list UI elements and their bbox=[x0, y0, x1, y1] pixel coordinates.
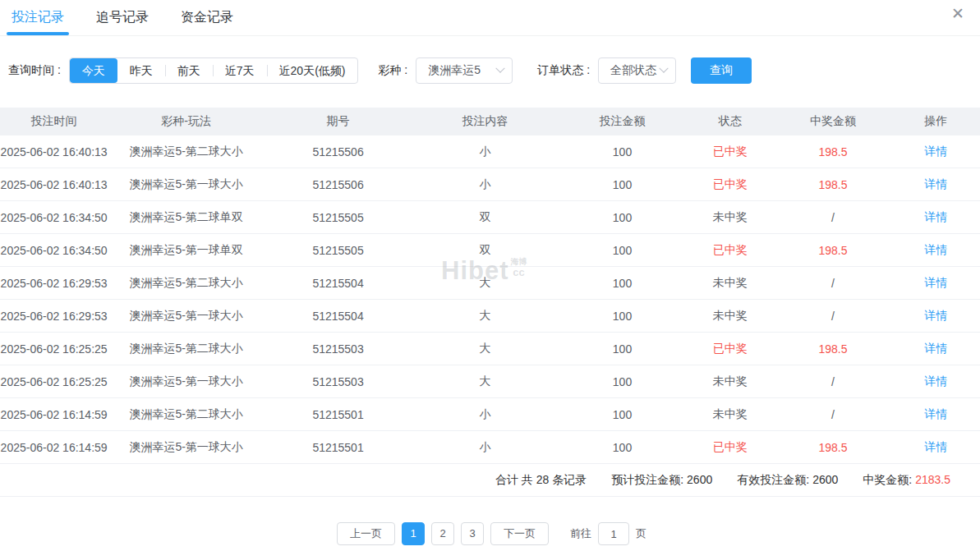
action-cell: 详情 bbox=[892, 210, 980, 225]
prev-page-button[interactable]: 上一页 bbox=[337, 522, 395, 545]
tab-fund-records[interactable]: 资金记录 bbox=[181, 0, 233, 36]
action-cell: 详情 bbox=[892, 309, 980, 324]
prize-amount-cell: 198.5 bbox=[774, 244, 891, 257]
status-cell: 已中奖 bbox=[686, 243, 774, 258]
bet-content-cell: 小 bbox=[412, 407, 559, 422]
valid-bet-amount-label: 有效投注金额: bbox=[737, 473, 809, 486]
lottery-play-cell: 澳洲幸运5-第一球大小 bbox=[108, 374, 265, 389]
prize-amount-cell: 198.5 bbox=[774, 178, 891, 191]
page-button-2[interactable]: 2 bbox=[431, 522, 454, 545]
lottery-play-cell: 澳洲幸运5-第二球单双 bbox=[108, 210, 265, 225]
detail-link[interactable]: 详情 bbox=[924, 276, 947, 289]
tab-bar: 投注记录 追号记录 资金记录 ✕ bbox=[0, 0, 980, 36]
bet-time-cell: 2025-06-02 16:29:53 bbox=[0, 310, 108, 323]
action-cell: 详情 bbox=[892, 177, 980, 192]
time-option-20days[interactable]: 近20天(低频) bbox=[267, 58, 358, 83]
detail-link[interactable]: 详情 bbox=[924, 210, 947, 223]
time-option-today[interactable]: 今天 bbox=[70, 58, 117, 83]
status-cell: 已中奖 bbox=[686, 177, 774, 192]
status-cell: 未中奖 bbox=[686, 309, 774, 324]
expected-bet-amount-label: 预计投注金额: bbox=[611, 473, 683, 486]
header-issue-number: 期号 bbox=[265, 114, 412, 129]
bet-time-cell: 2025-06-02 16:40:13 bbox=[0, 178, 108, 191]
detail-link[interactable]: 详情 bbox=[924, 407, 947, 420]
issue-number-cell: 51215503 bbox=[265, 342, 412, 356]
bet-amount-cell: 100 bbox=[559, 178, 686, 191]
lottery-play-cell: 澳洲幸运5-第二球大小 bbox=[108, 342, 265, 356]
detail-link[interactable]: 详情 bbox=[924, 145, 947, 158]
issue-number-cell: 51215504 bbox=[265, 310, 412, 323]
table-row: 2025-06-02 16:14:59澳洲幸运5-第一球大小51215501小1… bbox=[0, 431, 980, 464]
detail-link[interactable]: 详情 bbox=[924, 342, 947, 355]
query-button[interactable]: 查询 bbox=[691, 57, 752, 84]
detail-link[interactable]: 详情 bbox=[924, 309, 947, 322]
bet-content-cell: 小 bbox=[412, 177, 559, 192]
header-bet-content: 投注内容 bbox=[412, 114, 559, 129]
total-records-text: 合计 共 28 条记录 bbox=[495, 473, 587, 488]
action-cell: 详情 bbox=[892, 243, 980, 258]
chevron-down-icon bbox=[659, 64, 668, 73]
header-prize-amount: 中奖金额 bbox=[774, 114, 891, 129]
header-action: 操作 bbox=[892, 114, 980, 129]
status-cell: 未中奖 bbox=[686, 276, 774, 291]
valid-bet-amount-value: 2600 bbox=[812, 473, 838, 486]
bet-content-cell: 小 bbox=[412, 145, 559, 159]
table-body: 2025-06-02 16:40:13澳洲幸运5-第二球大小51215506小1… bbox=[0, 135, 980, 464]
close-icon[interactable]: ✕ bbox=[951, 6, 964, 21]
bet-amount-cell: 100 bbox=[559, 408, 686, 421]
bet-content-cell: 小 bbox=[412, 440, 559, 455]
action-cell: 详情 bbox=[892, 440, 980, 455]
chevron-down-icon bbox=[496, 64, 505, 73]
time-option-day-before[interactable]: 前天 bbox=[165, 58, 213, 83]
betting-records-panel: 投注记录 追号记录 资金记录 ✕ 查询时间 : 今天 昨天 前天 近7天 近20… bbox=[0, 0, 980, 551]
detail-link[interactable]: 详情 bbox=[924, 440, 947, 453]
detail-link[interactable]: 详情 bbox=[924, 177, 947, 191]
bet-amount-cell: 100 bbox=[559, 244, 686, 257]
bet-amount-cell: 100 bbox=[559, 441, 686, 454]
order-status-select-value: 全部状态 bbox=[610, 63, 656, 78]
goto-page-input[interactable] bbox=[598, 522, 629, 545]
prize-amount-cell: 198.5 bbox=[774, 342, 891, 356]
table-row: 2025-06-02 16:14:59澳洲幸运5-第二球大小51215501小1… bbox=[0, 398, 980, 431]
time-option-yesterday[interactable]: 昨天 bbox=[117, 58, 165, 83]
tab-chase-records[interactable]: 追号记录 bbox=[96, 0, 149, 36]
action-cell: 详情 bbox=[892, 342, 980, 356]
bet-time-cell: 2025-06-02 16:14:59 bbox=[0, 408, 108, 421]
bet-time-cell: 2025-06-02 16:29:53 bbox=[0, 277, 108, 290]
status-cell: 已中奖 bbox=[686, 145, 774, 159]
header-status: 状态 bbox=[686, 114, 774, 129]
next-page-button[interactable]: 下一页 bbox=[490, 522, 549, 545]
table-row: 2025-06-02 16:25:25澳洲幸运5-第一球大小51215503大1… bbox=[0, 365, 980, 398]
issue-number-cell: 51215506 bbox=[265, 145, 412, 158]
table-row: 2025-06-02 16:29:53澳洲幸运5-第二球大小51215504大1… bbox=[0, 267, 980, 300]
bet-time-cell: 2025-06-02 16:34:50 bbox=[0, 244, 108, 257]
lottery-play-cell: 澳洲幸运5-第一球单双 bbox=[108, 243, 265, 258]
valid-bet-amount: 有效投注金额:2600 bbox=[737, 473, 838, 488]
lottery-select[interactable]: 澳洲幸运5 bbox=[416, 57, 513, 84]
query-time-label: 查询时间 : bbox=[8, 63, 61, 78]
page-button-1[interactable]: 1 bbox=[402, 522, 425, 545]
bet-time-cell: 2025-06-02 16:34:50 bbox=[0, 211, 108, 224]
time-option-7days[interactable]: 近7天 bbox=[213, 58, 267, 83]
status-cell: 已中奖 bbox=[686, 342, 774, 356]
detail-link[interactable]: 详情 bbox=[924, 243, 947, 256]
expected-bet-amount-value: 2600 bbox=[687, 473, 712, 486]
pagination: 上一页 1 2 3 下一页 前往 页 bbox=[0, 522, 980, 545]
header-bet-amount: 投注金额 bbox=[559, 114, 686, 129]
bet-amount-cell: 100 bbox=[559, 375, 686, 388]
bet-amount-cell: 100 bbox=[559, 145, 686, 158]
prize-amount-cell: 198.5 bbox=[774, 441, 891, 454]
detail-link[interactable]: 详情 bbox=[924, 374, 947, 388]
page-button-3[interactable]: 3 bbox=[461, 522, 484, 545]
table-row: 2025-06-02 16:25:25澳洲幸运5-第二球大小51215503大1… bbox=[0, 333, 980, 365]
bet-content-cell: 大 bbox=[412, 276, 559, 291]
prize-total: 中奖金额:2183.5 bbox=[863, 473, 950, 488]
header-lottery-play: 彩种-玩法 bbox=[108, 114, 265, 129]
issue-number-cell: 51215504 bbox=[265, 277, 412, 290]
order-status-select[interactable]: 全部状态 bbox=[598, 57, 676, 84]
prize-amount-cell: / bbox=[774, 408, 891, 421]
goto-unit-label: 页 bbox=[636, 526, 646, 541]
tab-bet-records[interactable]: 投注记录 bbox=[12, 0, 64, 36]
status-cell: 已中奖 bbox=[686, 440, 774, 455]
action-cell: 详情 bbox=[892, 407, 980, 422]
